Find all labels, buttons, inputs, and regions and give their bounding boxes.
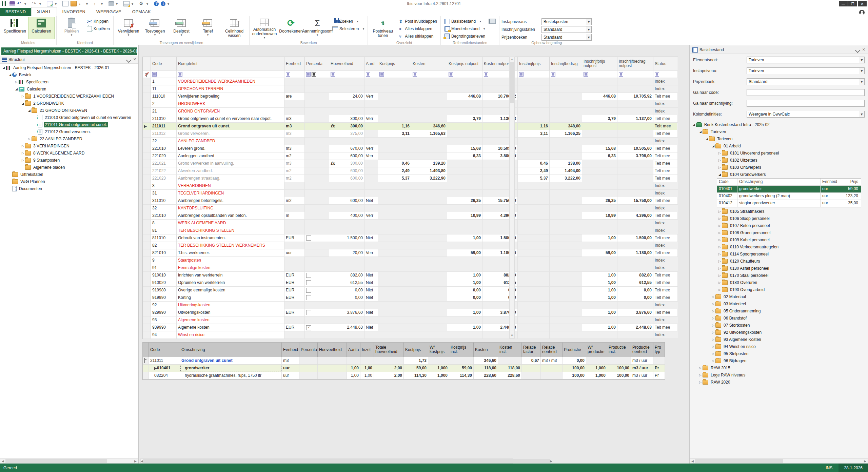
info-icon[interactable] bbox=[161, 1, 165, 6]
grid-row-919990[interactable]: 919990KortingEUR0,00Niet0,000,001,000,00… bbox=[143, 294, 678, 302]
restore-button[interactable]: ❐ bbox=[848, 1, 857, 6]
collapsed-icon[interactable]: ▷ bbox=[698, 373, 703, 377]
detail-column-header-code[interactable]: Code bbox=[149, 343, 180, 357]
structure-tree-item-2[interactable]: ▷Specificeren bbox=[0, 78, 138, 85]
account-icon[interactable] bbox=[859, 10, 865, 15]
tab-invoegen[interactable]: INVOEGEN bbox=[57, 8, 91, 16]
collapsed-icon[interactable]: ▷ bbox=[717, 245, 722, 249]
row-selector[interactable] bbox=[143, 175, 151, 182]
row-selector[interactable] bbox=[143, 316, 151, 324]
grid-row-91[interactable]: 91Eenmalige kostenIndex bbox=[143, 264, 678, 272]
row-selector[interactable] bbox=[143, 197, 151, 204]
open-folder-icon[interactable] bbox=[71, 1, 77, 6]
row-selector[interactable] bbox=[143, 249, 151, 256]
collapsed-icon[interactable]: ▷ bbox=[14, 80, 19, 84]
grid-row-31[interactable]: 31TEGELVERHARDINGENIndex bbox=[143, 190, 678, 197]
basisbestand-close-icon[interactable]: ✕ bbox=[862, 47, 865, 52]
row-selector[interactable] bbox=[143, 145, 151, 152]
filter-extra-icon[interactable] bbox=[312, 72, 316, 77]
structure-tree-item-16[interactable]: V&G Plannen bbox=[0, 178, 138, 185]
detail-column-header-pre[interactable]: Productie eenheid bbox=[631, 343, 653, 357]
kostenbestand-tree-top-item-3[interactable]: ◢01 Arbeid bbox=[690, 142, 867, 149]
grid-row-311010[interactable]: 311010Aanbrengen betontegels.m2600,00Nie… bbox=[143, 197, 678, 205]
column-header-st[interactable]: Status bbox=[653, 57, 677, 70]
collapsed-icon[interactable]: ▷ bbox=[698, 381, 703, 384]
detail-column-header-qty[interactable]: Hoeveelheid bbox=[318, 343, 347, 357]
book-icon[interactable] bbox=[489, 19, 496, 24]
basisbestand-hscrollbar[interactable]: ◀▶ bbox=[690, 458, 868, 464]
column-header-ko[interactable]: Kosten bbox=[411, 57, 447, 70]
minimize-button[interactable]: — bbox=[839, 1, 848, 6]
grid-row-22[interactable]: 22AANLEG ZANDBEDIndex bbox=[143, 138, 678, 145]
filter-cell-aard[interactable] bbox=[364, 71, 378, 78]
export-icon[interactable] bbox=[94, 1, 99, 6]
ribbon-field-dropdown[interactable]: Bestekposten bbox=[541, 18, 592, 25]
structure-tree-item-15[interactable]: Uittrekstaten bbox=[0, 171, 138, 178]
collapsed-icon[interactable]: ▷ bbox=[711, 295, 715, 299]
filter-icon[interactable] bbox=[178, 72, 182, 77]
calculeren-button[interactable]: Calculeren bbox=[28, 17, 54, 39]
detail-column-header-re[interactable]: Relatie eenheid bbox=[541, 343, 563, 357]
structure-tree-item-14[interactable]: Algemene bladen bbox=[0, 164, 138, 171]
kostenbestand-tree-bottom-item-5[interactable]: ▷0110 Verkeersmaatregelen bbox=[690, 243, 867, 250]
close-button[interactable]: ✕ bbox=[858, 1, 867, 6]
tarieven-column-eenheid[interactable]: Eenheid bbox=[821, 179, 838, 185]
expanded-icon[interactable]: ◢ bbox=[705, 137, 709, 141]
grid-row-811010[interactable]: 811010Gebruik van instrumenten.EUR1.500,… bbox=[143, 234, 678, 242]
row-selector[interactable] bbox=[143, 220, 151, 227]
collapsed-icon[interactable]: ▷ bbox=[717, 288, 722, 291]
grid-row-93[interactable]: 93Algemene kostenIndex bbox=[143, 316, 678, 324]
filter-cell-text[interactable] bbox=[177, 71, 284, 78]
specificeren-button[interactable]: Specificeren bbox=[2, 17, 28, 39]
row-selector[interactable] bbox=[143, 257, 151, 264]
expanded-icon[interactable]: ◢ bbox=[27, 109, 32, 112]
collapsed-icon[interactable]: ▷ bbox=[717, 238, 722, 242]
detail-column-header-koi[interactable]: Kosten incl. bbox=[498, 343, 522, 357]
filter-cell-kp[interactable] bbox=[378, 71, 411, 78]
row-selector[interactable] bbox=[143, 190, 151, 197]
kostenbestand-tree-bottom-item-11[interactable]: ▷0190 Overig arbeid bbox=[690, 286, 867, 293]
filter-icon[interactable] bbox=[379, 72, 384, 77]
qat-overflow-icon[interactable] bbox=[167, 1, 173, 6]
detail-column-header-inz[interactable]: Inzet bbox=[360, 343, 374, 357]
new-document-icon[interactable] bbox=[62, 1, 68, 6]
row-selector[interactable] bbox=[143, 108, 151, 115]
detail-row-032204[interactable]: 032204hydraulische graafmachines, rups, … bbox=[143, 372, 665, 379]
tarieven-column-omschrijving[interactable]: Omschrijving bbox=[737, 179, 821, 185]
filter-icon[interactable] bbox=[584, 72, 588, 77]
grid-row-221020[interactable]: 221020Aanleggen zandbedm2600,00Verr6,333… bbox=[143, 152, 678, 160]
checkbox-icon[interactable] bbox=[306, 273, 311, 278]
column-header-text[interactable]: Romptekst bbox=[177, 57, 284, 70]
grid-row-211012[interactable]: 211012Grond vervoeren.m3375,003,111.165,… bbox=[143, 130, 678, 138]
filter-icon[interactable] bbox=[551, 72, 555, 77]
row-selector[interactable] bbox=[143, 100, 151, 107]
filter-cell-ib[interactable] bbox=[550, 71, 582, 78]
begrotingstarieven-button[interactable]: Begrotingstarieven bbox=[443, 33, 487, 40]
row-selector[interactable] bbox=[143, 167, 151, 175]
alles-uitklappen-button[interactable]: »Alles uitklappen bbox=[396, 33, 438, 40]
grid-row-821010[interactable]: 821010T.b.s. werknemer.uur20,00Verr59,00… bbox=[143, 249, 678, 257]
clear-filter-icon[interactable] bbox=[145, 73, 149, 76]
ribbon-field-dropdown[interactable]: Standaard bbox=[541, 34, 592, 41]
kostenbestand-tree-bottom-item-7[interactable]: ▷0120 Chauffeurs bbox=[690, 258, 867, 265]
filter-icon[interactable] bbox=[519, 72, 524, 77]
filter-icon[interactable] bbox=[413, 72, 417, 77]
detail-column-header-wf[interactable]: Wf kostprijs bbox=[428, 343, 449, 357]
toevoegen-button[interactable]: Toevoegen▾ bbox=[142, 17, 168, 39]
structure-tree-item-12[interactable]: ▷8 WERK ALGEMENE AARD bbox=[0, 149, 138, 157]
kostenbestand-tree-bottom-item-4[interactable]: ▷0109 Kabel personeel bbox=[690, 236, 867, 243]
expanded-icon[interactable]: ◢ bbox=[21, 102, 25, 105]
collapsed-icon[interactable]: ▷ bbox=[21, 144, 25, 148]
column-header-kp[interactable]: Kostprijs bbox=[378, 57, 411, 70]
structure-hscrollbar[interactable]: ◀▶ bbox=[0, 458, 138, 464]
structure-tree-item-8[interactable]: 211011 Grond ontgraven uit cunet. bbox=[0, 121, 138, 128]
structure-tree-item-3[interactable]: ◢Calculeren bbox=[0, 85, 138, 93]
detail-column-header-rf[interactable]: Relatie factor bbox=[522, 343, 541, 357]
tab-start[interactable]: START bbox=[31, 7, 57, 16]
row-selector[interactable] bbox=[143, 324, 151, 331]
row-selector[interactable] bbox=[143, 272, 151, 279]
grid-row-82[interactable]: 82TER BESCHIKKING STELLEN WERKNEMERSInde… bbox=[143, 242, 678, 249]
detail-column-header-typ[interactable]: Pro typ bbox=[653, 343, 665, 357]
tarieven-row-010412[interactable]: 010412stagiar grondwerkeruur35,00 bbox=[717, 200, 861, 207]
post-inuitklappen-button[interactable]: ⇕Post in/uitklappen bbox=[396, 18, 438, 25]
